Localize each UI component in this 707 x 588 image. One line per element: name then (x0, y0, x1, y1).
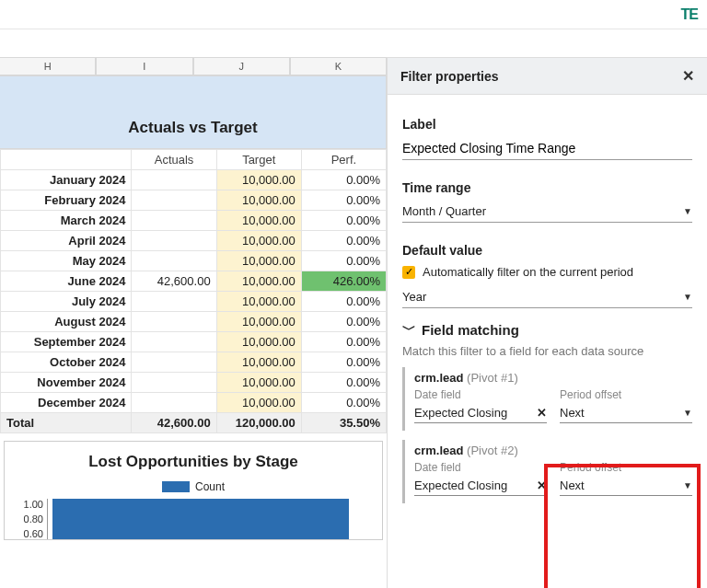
actuals-cell[interactable] (132, 312, 216, 332)
clear-icon[interactable]: ✕ (537, 406, 547, 420)
bar (52, 499, 349, 539)
perf-cell[interactable]: 0.00% (301, 332, 386, 352)
target-cell[interactable]: 10,000.00 (216, 170, 301, 190)
actuals-cell[interactable] (132, 231, 216, 251)
actuals-cell[interactable] (132, 292, 216, 312)
table-row[interactable]: September 202410,000.000.00% (1, 332, 387, 352)
date-field-select[interactable]: Expected Closing✕ (414, 403, 547, 423)
actuals-cell[interactable] (132, 352, 216, 373)
table-row[interactable]: November 202410,000.000.00% (1, 373, 387, 393)
actuals-cell[interactable] (132, 332, 216, 352)
lost-opportunities-chart[interactable]: Lost Opportunities by Stage Count 1.00 0… (4, 441, 383, 540)
perf-cell[interactable]: 0.00% (301, 312, 386, 332)
chart-title: Lost Opportunities by Stage (10, 453, 377, 471)
perf-cell[interactable]: 426.00% (301, 271, 386, 292)
table-row[interactable]: July 202410,000.000.00% (1, 292, 387, 312)
actuals-cell[interactable] (132, 393, 216, 413)
target-cell[interactable]: 10,000.00 (216, 190, 301, 211)
target-cell[interactable]: 10,000.00 (216, 231, 301, 251)
header-target[interactable]: Target (216, 150, 301, 170)
table-row[interactable]: March 202410,000.000.00% (1, 211, 387, 231)
actuals-target-table[interactable]: Actuals Target Perf. January 202410,000.… (0, 149, 387, 433)
time-range-select[interactable]: Month / Quarter ▼ (402, 201, 692, 223)
table-row[interactable]: February 202410,000.000.00% (1, 190, 387, 211)
row-label[interactable]: May 2024 (1, 251, 132, 271)
target-cell[interactable]: 10,000.00 (216, 393, 301, 413)
label-input[interactable] (402, 137, 692, 160)
column-headers: H I J K (0, 57, 387, 75)
table-row[interactable]: December 202410,000.000.00% (1, 393, 387, 413)
chevron-down-icon: ﹀ (402, 321, 416, 339)
total-actuals[interactable]: 42,600.00 (132, 413, 216, 433)
row-label[interactable]: December 2024 (1, 393, 132, 413)
target-cell[interactable]: 10,000.00 (216, 332, 301, 352)
col-header[interactable]: I (96, 57, 192, 75)
perf-cell[interactable]: 0.00% (301, 393, 386, 413)
target-cell[interactable]: 10,000.00 (216, 312, 301, 332)
row-label[interactable]: January 2024 (1, 170, 132, 190)
actuals-cell[interactable] (132, 190, 216, 211)
title-banner[interactable]: Actuals vs Target (0, 75, 387, 149)
header-perf[interactable]: Perf. (301, 150, 386, 170)
table-row[interactable]: August 202410,000.000.00% (1, 312, 387, 332)
table-row[interactable]: January 202410,000.000.00% (1, 170, 387, 190)
row-label[interactable]: August 2024 (1, 312, 132, 332)
filter-properties-panel: Filter properties ✕ Label Time range Mon… (387, 57, 707, 588)
col-header[interactable]: K (290, 57, 387, 75)
actuals-cell[interactable] (132, 170, 216, 190)
target-cell[interactable]: 10,000.00 (216, 271, 301, 292)
total-label[interactable]: Total (1, 413, 132, 433)
chart-canvas: 1.00 0.80 0.60 (10, 499, 377, 539)
header-actuals[interactable]: Actuals (132, 150, 216, 170)
date-field-select[interactable]: Expected Closing✕ (414, 476, 547, 496)
row-label[interactable]: April 2024 (1, 231, 132, 251)
table-row[interactable]: October 202410,000.000.00% (1, 352, 387, 373)
row-label[interactable]: June 2024 (1, 271, 132, 292)
perf-cell[interactable]: 0.00% (301, 251, 386, 271)
col-header[interactable]: J (193, 57, 290, 75)
period-offset-select[interactable]: Next▼ (560, 476, 692, 496)
row-label[interactable]: October 2024 (1, 352, 132, 373)
clear-icon[interactable]: ✕ (537, 478, 547, 492)
perf-cell[interactable]: 0.00% (301, 170, 386, 190)
target-cell[interactable]: 10,000.00 (216, 373, 301, 393)
row-label[interactable]: September 2024 (1, 332, 132, 352)
row-label[interactable]: July 2024 (1, 292, 132, 312)
row-label[interactable]: February 2024 (1, 190, 132, 211)
perf-cell[interactable]: 0.00% (301, 352, 386, 373)
perf-cell[interactable]: 0.00% (301, 373, 386, 393)
chevron-down-icon: ▼ (683, 480, 692, 490)
total-target[interactable]: 120,000.00 (216, 413, 301, 433)
period-select[interactable]: Year ▼ (402, 286, 692, 308)
row-label[interactable]: March 2024 (1, 211, 132, 231)
target-cell[interactable]: 10,000.00 (216, 251, 301, 271)
total-perf[interactable]: 35.50% (301, 413, 386, 433)
perf-cell[interactable]: 0.00% (301, 190, 386, 211)
actuals-cell[interactable]: 42,600.00 (132, 271, 216, 292)
perf-cell[interactable]: 0.00% (301, 231, 386, 251)
time-range-value: Month / Quarter (402, 204, 486, 218)
col-header[interactable]: H (0, 57, 96, 75)
top-bar: TE (0, 0, 707, 29)
chevron-down-icon: ▼ (683, 292, 692, 302)
target-cell[interactable]: 10,000.00 (216, 211, 301, 231)
target-cell[interactable]: 10,000.00 (216, 292, 301, 312)
panel-body: Label Time range Month / Quarter ▼ Defau… (388, 95, 707, 525)
auto-filter-checkbox-row[interactable]: ✓ Automatically filter on the current pe… (402, 265, 692, 279)
table-row[interactable]: June 202442,600.0010,000.00426.00% (1, 271, 387, 292)
y-tick: 0.60 (10, 528, 43, 539)
checkbox-checked-icon[interactable]: ✓ (402, 266, 415, 279)
table-row[interactable]: May 202410,000.000.00% (1, 251, 387, 271)
spreadsheet[interactable]: H I J K Actuals vs Target Actuals Target… (0, 29, 387, 588)
perf-cell[interactable]: 0.00% (301, 292, 386, 312)
actuals-cell[interactable] (132, 211, 216, 231)
close-icon[interactable]: ✕ (682, 67, 694, 85)
perf-cell[interactable]: 0.00% (301, 211, 386, 231)
actuals-cell[interactable] (132, 373, 216, 393)
period-offset-select[interactable]: Next▼ (560, 403, 692, 423)
field-matching-toggle[interactable]: ﹀ Field matching (402, 321, 692, 339)
target-cell[interactable]: 10,000.00 (216, 352, 301, 373)
row-label[interactable]: November 2024 (1, 373, 132, 393)
actuals-cell[interactable] (132, 251, 216, 271)
table-row[interactable]: April 202410,000.000.00% (1, 231, 387, 251)
